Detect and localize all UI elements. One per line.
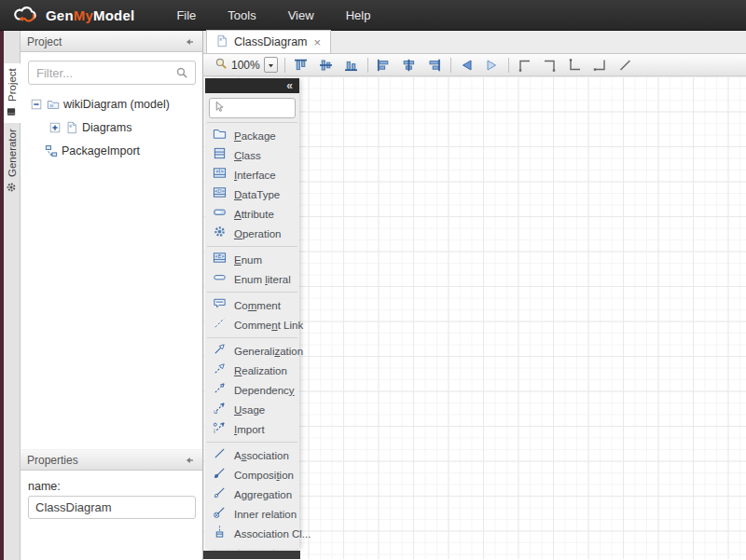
align-center-button[interactable] bbox=[400, 56, 419, 74]
properties-panel: Properties name: bbox=[21, 449, 202, 519]
palette-item-generalization[interactable]: Generalization bbox=[205, 341, 299, 361]
operation-icon bbox=[213, 225, 227, 242]
collapse-left-icon[interactable] bbox=[183, 454, 196, 467]
package-icon bbox=[213, 127, 227, 144]
palette-item-realization[interactable]: Realization bbox=[205, 361, 299, 380]
svg-text:«D»: «D» bbox=[214, 188, 225, 194]
comment-icon bbox=[213, 296, 227, 314]
composition-icon bbox=[213, 466, 227, 484]
palette-item-label: Import bbox=[234, 424, 265, 435]
palette-separator bbox=[207, 337, 297, 338]
tree-item[interactable]: PackageImport bbox=[21, 139, 202, 162]
palette-item-import[interactable]: iImport bbox=[205, 419, 299, 439]
project-panel: Project wikiDiagram (model)DiagramsPacka… bbox=[21, 31, 203, 560]
palette-item-dependency[interactable]: Dependency bbox=[205, 380, 299, 400]
dropdown-arrow-icon bbox=[267, 57, 275, 74]
connector-elbow-bl-icon bbox=[567, 58, 583, 73]
zoom-level-value: 100% bbox=[231, 59, 260, 72]
selection-tool[interactable] bbox=[209, 98, 296, 118]
menubar: GenMyModel FileToolsViewHelp bbox=[0, 0, 746, 31]
editor-tabbar: ClassDiagram × bbox=[203, 31, 746, 54]
palette-item-association[interactable]: Association bbox=[205, 445, 299, 465]
sidebar-tab-project[interactable]: Project bbox=[4, 63, 21, 123]
palette-collapse-button[interactable]: « bbox=[205, 78, 299, 93]
palette-item-class[interactable]: Class bbox=[205, 145, 299, 165]
palette-footer-bar bbox=[203, 551, 300, 559]
association-class-icon bbox=[213, 525, 227, 542]
tool-palette: « PackageClass«I»Interface«D»DataTypeAtt… bbox=[205, 78, 299, 549]
class-icon bbox=[213, 146, 227, 164]
align-right-icon bbox=[426, 58, 442, 73]
palette-item-enum[interactable]: «E»Enum bbox=[205, 250, 299, 269]
palette-item-label: Enum literal bbox=[234, 274, 291, 285]
toolbar-group bbox=[375, 56, 444, 74]
align-bottom-button[interactable] bbox=[342, 56, 361, 74]
palette-item-enum-literal[interactable]: Enum literal bbox=[205, 269, 299, 289]
zoom-icon bbox=[214, 57, 228, 74]
align-left-icon bbox=[376, 58, 392, 73]
align-left-button[interactable] bbox=[375, 56, 394, 74]
connector-elbow-br-button[interactable] bbox=[591, 56, 610, 74]
align-top-button[interactable] bbox=[292, 56, 311, 74]
tab-classdiagram[interactable]: ClassDiagram × bbox=[206, 30, 331, 53]
palette-item-label: Enum bbox=[234, 254, 262, 266]
connector-elbow-bl-button[interactable] bbox=[566, 56, 585, 74]
palette-item-label: Inner relation bbox=[234, 509, 297, 520]
enum-literal-icon bbox=[213, 270, 227, 288]
collapse-chevrons: « bbox=[286, 79, 294, 92]
palette-item-package[interactable]: Package bbox=[205, 126, 299, 145]
tree-item[interactable]: Diagrams bbox=[21, 116, 202, 139]
book-icon bbox=[6, 106, 19, 117]
palette-item-operation[interactable]: Operation bbox=[205, 224, 299, 243]
align-right-button[interactable] bbox=[425, 56, 444, 74]
logo-wordmark: GenMyModel bbox=[46, 7, 134, 23]
connector-straight-button[interactable] bbox=[616, 56, 635, 74]
genmymodel-logo: GenMyModel bbox=[0, 5, 134, 26]
menu-tools[interactable]: Tools bbox=[212, 1, 271, 30]
diagram-canvas[interactable]: « PackageClass«I»Interface«D»DataTypeAtt… bbox=[203, 76, 746, 559]
close-icon[interactable]: × bbox=[313, 36, 323, 48]
svg-text:i: i bbox=[214, 428, 215, 434]
dependency-icon bbox=[213, 381, 227, 399]
zoom-control: 100% bbox=[214, 57, 278, 74]
palette-item-label: Generalization bbox=[234, 346, 303, 357]
palette-item-comment-link[interactable]: Comment Link bbox=[205, 315, 299, 335]
editor-toolbar: 100% bbox=[203, 54, 746, 76]
palette-item-aggregation[interactable]: Aggregation bbox=[205, 485, 299, 504]
palette-item-composition[interactable]: Composition bbox=[205, 465, 299, 485]
palette-item-datatype[interactable]: «D»DataType bbox=[205, 184, 299, 204]
sidebar-tab-generator[interactable]: Generator bbox=[4, 124, 21, 198]
menu-view[interactable]: View bbox=[272, 1, 330, 30]
palette-item-comment[interactable]: Comment bbox=[205, 295, 299, 315]
connector-elbow-tr-button[interactable] bbox=[541, 56, 560, 74]
palette-item-label: Association Cl... bbox=[234, 528, 311, 540]
filter-input[interactable] bbox=[28, 61, 196, 85]
tree-item[interactable]: wikiDiagram (model) bbox=[21, 92, 202, 116]
tab-label: ClassDiagram bbox=[234, 35, 308, 48]
palette-item-interface[interactable]: «I»Interface bbox=[205, 165, 299, 184]
align-middle-button[interactable] bbox=[317, 56, 336, 74]
name-field[interactable] bbox=[28, 496, 196, 519]
flip-right-button[interactable] bbox=[483, 56, 502, 74]
connector-elbow-tl-button[interactable] bbox=[516, 56, 534, 74]
palette-item-attribute[interactable]: Attribute bbox=[205, 204, 299, 224]
aggregation-icon bbox=[213, 485, 227, 503]
palette-item-association-cl[interactable]: Association Cl... bbox=[205, 524, 299, 543]
tree-item-label: wikiDiagram (model) bbox=[63, 98, 170, 111]
collapse-left-icon[interactable] bbox=[183, 35, 196, 48]
minus-expander-icon[interactable] bbox=[30, 98, 43, 111]
align-center-icon bbox=[401, 58, 417, 73]
palette-item-label: Operation bbox=[234, 228, 282, 239]
tree-item-label: PackageImport bbox=[62, 144, 140, 157]
flip-left-button[interactable] bbox=[458, 56, 477, 74]
plus-expander-icon[interactable] bbox=[48, 121, 62, 134]
menu-help[interactable]: Help bbox=[330, 1, 387, 30]
zoom-dropdown-button[interactable] bbox=[264, 57, 278, 73]
palette-item-label: Aggregation bbox=[234, 489, 292, 500]
palette-item-inner-relation[interactable]: Inner relation bbox=[205, 504, 299, 524]
palette-item-usage[interactable]: uUsage bbox=[205, 400, 299, 419]
align-bottom-icon bbox=[343, 58, 359, 73]
menu-file[interactable]: File bbox=[160, 1, 212, 30]
package-import-icon bbox=[45, 144, 58, 157]
toolbar-group bbox=[458, 56, 502, 74]
